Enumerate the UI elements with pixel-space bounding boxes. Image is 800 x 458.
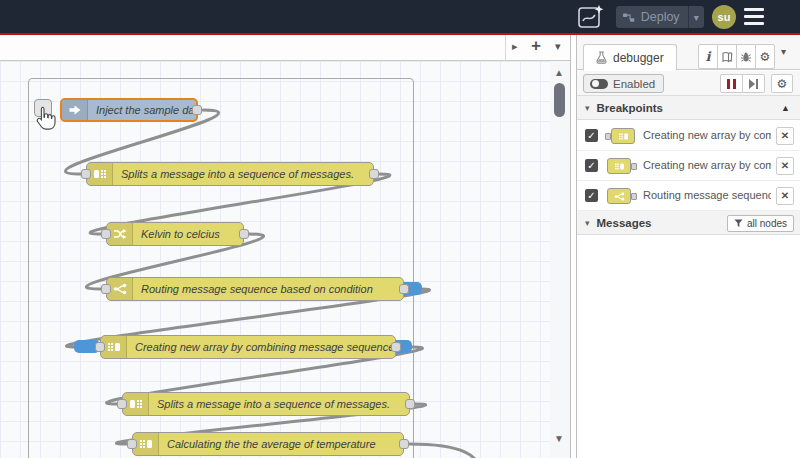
remove-breakpoint-button[interactable]: ✕	[776, 127, 794, 145]
breakpoint-label: Creating new array by combining message …	[643, 159, 771, 171]
filter-button-label: all nodes	[747, 218, 787, 229]
debugger-toolbar: Enabled ⚙	[577, 71, 800, 96]
settings-gear-icon[interactable]: ⚙	[755, 44, 775, 69]
messages-section-header[interactable]: ▾ Messages all nodes	[577, 211, 800, 235]
scroll-up-icon[interactable]: ▲	[554, 67, 564, 78]
sidebar-tab-bar: debugger i ⚙ ▾	[577, 35, 800, 70]
sidebar-tab-buttons: i ⚙	[698, 44, 775, 69]
node-change[interactable]: Kelvin to celcius	[106, 222, 244, 246]
sidebar-resize-handle[interactable]	[570, 35, 577, 458]
main-menu-icon[interactable]	[744, 8, 764, 25]
input-port[interactable]	[127, 439, 137, 449]
input-port[interactable]	[101, 229, 111, 239]
step-icon	[749, 79, 758, 89]
toggle-on-icon	[590, 79, 608, 89]
deploy-button[interactable]: Deploy ▾	[616, 6, 704, 28]
breakpoint-row[interactable]: ✓ Routing message sequence based on cond…	[577, 181, 800, 211]
step-button[interactable]	[742, 74, 765, 93]
filter-funnel-icon	[734, 219, 743, 228]
node-label: Inject the sample data	[96, 104, 196, 116]
mini-node-join-output-icon	[607, 158, 637, 174]
node-inject[interactable]: Inject the sample data	[60, 98, 198, 122]
tab-debugger-label: debugger	[613, 51, 664, 65]
output-port[interactable]	[405, 399, 415, 409]
node-label: Splits a message into a sequence of mess…	[121, 168, 354, 180]
node-calculate-average[interactable]: Calculating the the average of temperatu…	[132, 432, 404, 456]
node-label: Creating new array by combining message …	[135, 341, 394, 353]
info-tab-icon[interactable]: i	[698, 44, 718, 69]
output-port[interactable]	[192, 105, 202, 115]
input-port[interactable]	[95, 342, 105, 352]
collapse-chevron-icon: ▾	[585, 218, 590, 228]
breakpoints-title: Breakpoints	[597, 102, 663, 114]
breakpoints-section-header[interactable]: ▾ Breakpoints ▲	[577, 96, 800, 120]
mouse-hand-cursor	[36, 106, 56, 131]
ai-flow-assistant-icon[interactable]	[577, 4, 605, 30]
breakpoint-checkbox[interactable]: ✓	[585, 159, 598, 172]
node-switch[interactable]: Routing message sequence based on condit…	[106, 277, 404, 301]
flow-tab-bar: ▸ + ▾	[0, 35, 570, 61]
debugger-enabled-toggle[interactable]: Enabled	[583, 74, 664, 93]
tab-bar-separator	[505, 35, 506, 61]
debugger-settings-button[interactable]: ⚙	[771, 74, 793, 93]
breakpoint-row[interactable]: ✓ Creating new array by combining messag…	[577, 151, 800, 181]
inject-icon	[62, 100, 88, 120]
mini-node-join-input-icon	[605, 128, 635, 144]
output-port[interactable]	[399, 284, 409, 294]
deploy-options-chevron-icon[interactable]: ▾	[688, 12, 704, 23]
sidebar: debugger i ⚙ ▾ Enabled	[577, 35, 800, 458]
scroll-down-icon[interactable]: ▼	[554, 433, 564, 444]
breakpoint-checkbox[interactable]: ✓	[585, 189, 598, 202]
node-label: Kelvin to celcius	[141, 228, 220, 240]
node-split-2[interactable]: Splits a message into a sequence of mess…	[122, 392, 410, 416]
output-port[interactable]	[369, 169, 379, 179]
scrollbar-thumb[interactable]	[554, 83, 565, 117]
messages-title: Messages	[597, 217, 652, 229]
sidebar-tabs-chevron-icon[interactable]: ▾	[781, 46, 786, 57]
node-label: Routing message sequence based on condit…	[141, 283, 373, 295]
output-port[interactable]	[239, 229, 249, 239]
output-port[interactable]	[391, 342, 401, 352]
enabled-label: Enabled	[613, 78, 655, 90]
deploy-button-label: Deploy	[641, 10, 680, 24]
node-label: Splits a message into a sequence of mess…	[157, 398, 390, 410]
add-flow-button[interactable]: +	[531, 36, 541, 56]
pause-button[interactable]	[720, 74, 743, 93]
breakpoint-checkbox[interactable]: ✓	[585, 129, 598, 142]
node-split-1[interactable]: Splits a message into a sequence of mess…	[86, 162, 374, 186]
node-red-app: Deploy ▾ su ▸ + ▾	[0, 0, 800, 458]
header-bar: Deploy ▾ su	[0, 0, 800, 33]
breakpoint-label: Creating new array by combining message …	[643, 129, 771, 141]
debug-bug-icon[interactable]	[736, 44, 756, 69]
user-avatar[interactable]: su	[712, 5, 736, 29]
input-port[interactable]	[117, 399, 127, 409]
flask-icon	[596, 51, 607, 64]
flow-canvas[interactable]: Inject the sample data Splits a message …	[0, 61, 570, 458]
canvas-vertical-scrollbar[interactable]: ▲ ▼	[550, 61, 570, 458]
scroll-top-icon[interactable]: ▲	[781, 103, 790, 113]
node-label: Calculating the the average of temperatu…	[167, 438, 376, 450]
input-port[interactable]	[101, 284, 111, 294]
tab-debugger[interactable]: debugger	[583, 44, 677, 71]
wire[interactable]	[409, 444, 483, 458]
pause-icon	[727, 79, 736, 89]
debugger-playback-buttons	[720, 74, 765, 93]
output-port[interactable]	[399, 439, 409, 449]
collapse-chevron-icon: ▾	[585, 103, 590, 113]
help-book-icon[interactable]	[717, 44, 737, 69]
mini-node-switch-output-icon	[607, 188, 637, 204]
remove-breakpoint-button[interactable]: ✕	[776, 157, 794, 175]
message-filter-button[interactable]: all nodes	[727, 215, 794, 232]
node-join[interactable]: Creating new array by combining message …	[100, 335, 396, 359]
input-port[interactable]	[81, 169, 91, 179]
breakpoint-row[interactable]: ✓ Creating new array by combining messag…	[577, 121, 800, 151]
deploy-icon	[623, 11, 635, 24]
breakpoint-label: Routing message sequence based on condit…	[643, 189, 771, 201]
tab-scroll-right-icon[interactable]: ▸	[512, 40, 518, 53]
remove-breakpoint-button[interactable]: ✕	[776, 187, 794, 205]
flow-list-chevron-icon[interactable]: ▾	[555, 40, 561, 53]
